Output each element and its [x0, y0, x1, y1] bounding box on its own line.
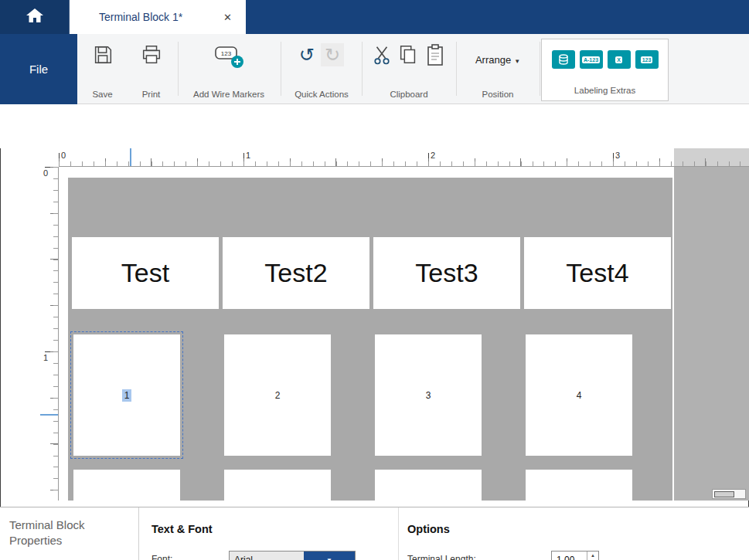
add-wire-markers-button[interactable]: 123 Add Wire Markers — [179, 34, 278, 104]
ruler-number: 1 — [246, 151, 250, 160]
text-font-heading: Text & Font — [152, 523, 213, 535]
ribbon-separator — [540, 42, 540, 96]
ruler-number: 0 — [43, 168, 48, 178]
canvas-outside-page — [674, 167, 749, 501]
quick-actions-group: ↺ ↻ Quick Actions — [283, 34, 360, 104]
app-window: Terminal Block 1* ✕ File Save Print 123 — [0, 0, 749, 560]
ruler-position-indicator — [40, 414, 58, 416]
wire-marker-icon: 123 — [212, 43, 246, 73]
ruler-number: 1 — [43, 353, 48, 362]
redo-icon: ↻ — [325, 43, 340, 66]
sequence-icon[interactable]: 123 — [635, 50, 659, 69]
label-cell[interactable]: Test2 — [223, 237, 369, 309]
undo-icon[interactable]: ↺ — [299, 43, 315, 66]
terminal-block-graphic[interactable]: Test Test2 Test3 Test4 1 2 3 4 — [68, 178, 672, 501]
position-group: Arrange▼ Position — [458, 34, 538, 104]
save-icon — [91, 43, 114, 70]
font-label: Font: — [152, 554, 172, 560]
save-button[interactable]: Save — [81, 34, 124, 104]
terminal-cell[interactable]: 4 — [526, 334, 632, 456]
tab-title: Terminal Block 1* — [99, 11, 182, 23]
file-button[interactable]: File — [0, 34, 77, 104]
terminal-length-value: 1.00 — [557, 555, 574, 560]
ruler-overflow-shade — [674, 148, 749, 166]
labeling-extras-group: A-123 X 123 Labeling Extras — [541, 39, 669, 101]
label-text: Test — [121, 258, 169, 288]
spin-up-icon[interactable]: ▲ — [587, 552, 598, 560]
properties-panel-title: Terminal Block Properties — [0, 507, 139, 560]
print-icon — [140, 43, 163, 70]
chevron-down-icon: ▼ — [514, 58, 520, 65]
design-canvas[interactable]: Test Test2 Test3 Test4 1 2 3 4 — [59, 167, 749, 501]
terminal-number: 1 — [122, 389, 132, 402]
document-tab[interactable]: Terminal Block 1* ✕ — [70, 0, 246, 34]
options-heading: Options — [407, 523, 450, 535]
ribbon-separator — [362, 42, 363, 96]
label-text: Test3 — [415, 258, 478, 288]
label-cell[interactable]: Test — [72, 237, 219, 309]
combo-dropdown-button[interactable]: ▼ — [304, 552, 355, 560]
ruler-number: 0 — [61, 151, 66, 160]
ruler-position-indicator — [130, 148, 131, 166]
terminal-cell[interactable]: 3 — [375, 334, 482, 456]
ribbon-separator — [281, 42, 281, 96]
label-cell[interactable]: Test3 — [373, 237, 520, 309]
ribbon-separator — [178, 42, 179, 96]
horizontal-scrollbar[interactable] — [712, 489, 746, 499]
clipboard-group: Clipboard — [363, 34, 455, 104]
properties-panel: Terminal Block Properties Text & Font Fo… — [0, 507, 749, 560]
ribbon-canvas-gap — [0, 104, 749, 148]
ruler-corner — [40, 148, 59, 167]
ruler-number: 2 — [431, 151, 435, 160]
home-icon — [26, 8, 44, 26]
cut-labels-icon[interactable]: X — [608, 50, 631, 69]
data-list-icon[interactable] — [552, 50, 575, 69]
terminal-cell[interactable] — [375, 470, 482, 501]
terminal-length-input[interactable]: 1.00 ▲ ▼ — [551, 551, 599, 560]
paste-icon[interactable] — [425, 43, 445, 70]
copy-icon[interactable] — [397, 43, 419, 70]
print-button[interactable]: Print — [130, 34, 172, 104]
terminal-cell[interactable] — [224, 470, 331, 501]
svg-text:123: 123 — [221, 50, 232, 57]
chevron-down-icon: ▼ — [326, 557, 332, 560]
redo-button[interactable]: ↻ — [321, 43, 344, 66]
terminal-cell[interactable]: 1 — [73, 334, 180, 456]
terminal-cell[interactable] — [73, 470, 180, 501]
horizontal-ruler: 0 1 2 3 — [59, 148, 749, 167]
panel-divider — [398, 507, 399, 560]
ruler-number: 3 — [615, 151, 620, 160]
ribbon: File Save Print 123 Add Wir — [0, 34, 749, 104]
font-value: Arial — [234, 555, 253, 560]
home-button[interactable] — [0, 0, 70, 34]
spinner-buttons: ▲ ▼ — [587, 552, 598, 560]
ribbon-separator — [456, 42, 457, 96]
tab-close-icon[interactable]: ✕ — [220, 10, 235, 25]
cut-icon[interactable] — [373, 43, 391, 70]
terminal-number: 4 — [577, 390, 582, 401]
scrollbar-thumb[interactable] — [714, 491, 734, 497]
label-text: Test2 — [264, 258, 327, 288]
label-cell[interactable]: Test4 — [524, 237, 671, 309]
terminal-number: 3 — [426, 390, 431, 401]
terminal-length-label: Terminal Length: — [407, 554, 476, 560]
label-text: Test4 — [566, 258, 628, 288]
terminal-cell[interactable] — [526, 470, 632, 501]
font-select[interactable]: Arial ▼ — [229, 551, 356, 560]
terminal-cell[interactable]: 2 — [224, 334, 331, 456]
serialize-icon[interactable]: A-123 — [580, 50, 603, 69]
terminal-number: 2 — [275, 390, 281, 401]
titlebar: Terminal Block 1* ✕ — [0, 0, 749, 34]
arrange-dropdown[interactable]: Arrange▼ — [458, 54, 538, 66]
vertical-ruler: 0 1 — [40, 167, 59, 501]
